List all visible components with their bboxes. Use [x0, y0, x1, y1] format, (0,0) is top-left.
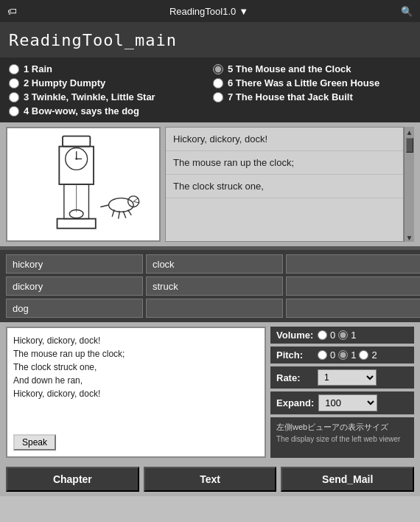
- expand-label: Expand:: [276, 397, 314, 408]
- image-panel: [6, 127, 161, 242]
- dropdown-arrow[interactable]: ▼: [239, 6, 248, 17]
- rate-label: Rate:: [276, 372, 313, 383]
- keyword-input-6[interactable]: [286, 276, 420, 296]
- chapter-label-1: 1 Rain: [24, 63, 52, 74]
- chapter-label-4: 4 Bow-wow, says the dog: [24, 105, 139, 116]
- keyword-input-1[interactable]: [6, 254, 143, 274]
- content-area: Hickory, dickory, dock! The mouse ran up…: [0, 122, 420, 246]
- app-header: ReadingTool_main: [0, 22, 420, 58]
- chapter-radio-7[interactable]: [213, 92, 223, 102]
- send-mail-button[interactable]: Send_Mail: [281, 467, 414, 492]
- keyword-input-5[interactable]: [146, 276, 283, 296]
- pitch-radio-2[interactable]: [359, 350, 368, 360]
- chapter-radio-5[interactable]: [213, 64, 223, 74]
- keyword-input-8[interactable]: [146, 299, 283, 318]
- chapter-item-7[interactable]: 7 The House that Jack Built: [213, 91, 411, 102]
- keyword-input-3[interactable]: [286, 254, 420, 274]
- chapter-item-1[interactable]: 1 Rain: [9, 63, 207, 74]
- chapter-item-6[interactable]: 6 There Was a Little Green House: [213, 77, 411, 88]
- info-text-en: The display size of the left web viewer: [276, 434, 408, 445]
- keyword-input-2[interactable]: [146, 254, 283, 274]
- chapter-radio-1[interactable]: [9, 64, 19, 74]
- rate-select[interactable]: 1 0.5 1.5 2: [318, 369, 377, 386]
- expand-select[interactable]: 100 75 125 150: [318, 394, 377, 411]
- scroll-thumb[interactable]: [406, 138, 413, 153]
- pitch-radio-1[interactable]: [338, 350, 348, 360]
- text-panel: Hickory, dickory, dock! The mouse ran up…: [165, 127, 404, 242]
- keywords-area: [0, 248, 420, 322]
- title-bar: 🏷 ReadingTool1.0 ▼ 🔍: [0, 0, 420, 22]
- chapter-label-7: 7 The House that Jack Built: [228, 91, 353, 102]
- svg-rect-0: [63, 136, 90, 147]
- speak-text: Hickory, dickory, dock! The mouse ran up…: [13, 334, 259, 430]
- chapter-list: 1 Rain 5 The Mouse and the Clock 2 Humpt…: [0, 58, 420, 122]
- chapter-radio-4[interactable]: [9, 106, 19, 116]
- svg-line-16: [119, 211, 120, 218]
- volume-label-0: 0: [330, 330, 335, 341]
- footer: Chapter Text Send_Mail: [0, 462, 420, 496]
- chapter-item-5[interactable]: 5 The Mouse and the Clock: [213, 63, 411, 74]
- scroll-up-arrow[interactable]: ▲: [406, 128, 413, 136]
- title-bar-logo-icon: 🏷: [7, 6, 17, 17]
- controls-panel: Volume: 0 1 Pitch: 0 1 2 Rate:: [270, 327, 414, 458]
- volume-label-1: 1: [351, 330, 356, 341]
- info-text-ja: 左側webビューアの表示サイズ: [276, 422, 408, 433]
- chapter-label-5: 5 The Mouse and the Clock: [228, 63, 351, 74]
- chapter-label-2: 2 Humpty Dumpty: [24, 77, 105, 88]
- expand-row: Expand: 100 75 125 150: [270, 392, 414, 414]
- volume-row: Volume: 0 1: [270, 327, 414, 344]
- keyword-input-4[interactable]: [6, 276, 143, 296]
- text-scrollbar[interactable]: ▲ ▼: [404, 127, 414, 242]
- chapter-item-2[interactable]: 2 Humpty Dumpty: [9, 77, 207, 88]
- keyword-input-9[interactable]: [286, 299, 420, 318]
- svg-line-12: [133, 198, 139, 202]
- svg-line-14: [100, 205, 108, 207]
- chapter-button[interactable]: Chapter: [6, 467, 139, 492]
- volume-label: Volume:: [276, 330, 313, 341]
- volume-radio-1[interactable]: [338, 330, 348, 340]
- chapter-label-6: 6 There Was a Little Green House: [228, 77, 379, 88]
- pitch-radio-group: 0 1 2: [318, 349, 377, 361]
- chapter-item-3[interactable]: 3 Twinkle, Twinkle, Little Star: [9, 91, 207, 102]
- speak-button[interactable]: Speak: [13, 434, 56, 450]
- svg-line-17: [123, 211, 126, 218]
- text-line-2[interactable]: The mouse ran up the clock;: [166, 151, 403, 175]
- text-line-3[interactable]: The clock struck one,: [166, 175, 403, 198]
- pitch-label: Pitch:: [276, 349, 313, 361]
- speak-panel: Hickory, dickory, dock! The mouse ran up…: [6, 327, 266, 458]
- text-line-1[interactable]: Hickory, dickory, dock!: [166, 128, 403, 151]
- scroll-down-arrow[interactable]: ▼: [406, 234, 413, 242]
- keyword-input-7[interactable]: [6, 299, 143, 318]
- volume-radio-group: 0 1: [318, 330, 356, 341]
- pitch-label-1: 1: [351, 349, 356, 361]
- pitch-radio-0[interactable]: [318, 350, 327, 360]
- app-title: ReadingTool1.0: [169, 6, 236, 17]
- pitch-row: Pitch: 0 1 2: [270, 347, 414, 363]
- chapter-radio-2[interactable]: [9, 78, 19, 88]
- chapter-label-3: 3 Twinkle, Twinkle, Little Star: [24, 91, 155, 102]
- volume-radio-0[interactable]: [318, 330, 327, 340]
- chapter-item-4[interactable]: 4 Bow-wow, says the dog: [9, 105, 207, 116]
- rate-row: Rate: 1 0.5 1.5 2: [270, 366, 414, 389]
- bottom-area: Hickory, dickory, dock! The mouse ran up…: [0, 322, 420, 462]
- app-header-title: ReadingTool_main: [9, 31, 177, 49]
- text-panel-wrapper: Hickory, dickory, dock! The mouse ran up…: [165, 127, 414, 242]
- title-bar-center: ReadingTool1.0 ▼: [169, 6, 248, 17]
- svg-rect-9: [57, 219, 96, 229]
- pitch-label-2: 2: [371, 349, 377, 361]
- clock-svg: [17, 133, 150, 236]
- chapter-radio-3[interactable]: [9, 92, 19, 102]
- info-box: 左側webビューアの表示サイズ The display size of the …: [270, 417, 414, 458]
- pitch-label-0: 0: [330, 349, 335, 361]
- text-button[interactable]: Text: [144, 467, 277, 492]
- svg-line-18: [128, 210, 132, 215]
- chapter-radio-6[interactable]: [213, 78, 223, 88]
- search-icon[interactable]: 🔍: [401, 6, 413, 17]
